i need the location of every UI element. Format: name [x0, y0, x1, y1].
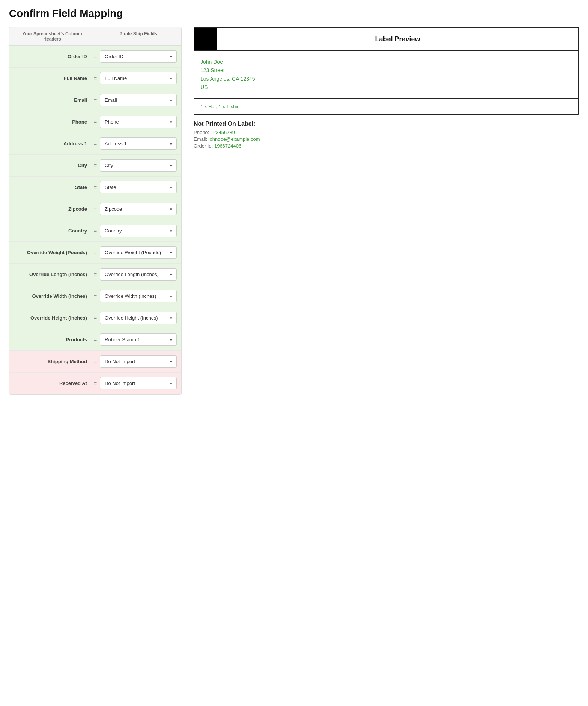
select-wrapper-city: Order IDFull NameEmailPhoneAddress 1Addr… — [100, 159, 177, 172]
select-wrapper-zipcode: Order IDFull NameEmailPhoneAddress 1Addr… — [100, 203, 177, 215]
mapping-row-override-height: Override Height (Inches)=Order IDFull Na… — [9, 307, 181, 329]
mapping-row-override-weight: Override Weight (Pounds)=Order IDFull Na… — [9, 242, 181, 264]
select-wrapper-received-at: Order IDFull NameEmailPhoneAddress 1Addr… — [100, 377, 177, 389]
select-order-id[interactable]: Order IDFull NameEmailPhoneAddress 1Addr… — [100, 50, 177, 63]
equals-sign-shipping-method: = — [91, 359, 100, 365]
select-wrapper-override-height: Order IDFull NameEmailPhoneAddress 1Addr… — [100, 312, 177, 324]
row-label-override-height: Override Height (Inches) — [14, 315, 91, 321]
equals-sign-override-height: = — [91, 315, 100, 321]
label-preview-box: Label Preview John Doe 123 Street Los An… — [194, 27, 579, 115]
select-country[interactable]: Order IDFull NameEmailPhoneAddress 1Addr… — [100, 225, 177, 237]
select-wrapper-override-weight: Order IDFull NameEmailPhoneAddress 1Addr… — [100, 246, 177, 259]
label-preview-title: Label Preview — [375, 35, 420, 43]
mapping-row-email: Email=Order IDFull NameEmailPhoneAddress… — [9, 89, 181, 111]
main-layout: Your Spreadsheet's Column Headers Pirate… — [9, 27, 579, 395]
equals-sign-products: = — [91, 337, 100, 343]
select-override-length[interactable]: Order IDFull NameEmailPhoneAddress 1Addr… — [100, 268, 177, 281]
mapping-table: Your Spreadsheet's Column Headers Pirate… — [9, 27, 182, 395]
equals-sign-override-width: = — [91, 293, 100, 299]
not-printed-value-1: johndoe@example.com — [209, 136, 260, 142]
select-wrapper-override-length: Order IDFull NameEmailPhoneAddress 1Addr… — [100, 268, 177, 281]
mapping-row-received-at: Received At=Order IDFull NameEmailPhoneA… — [9, 373, 181, 394]
col-header-pirate-ship: Pirate Ship Fields — [95, 27, 181, 45]
not-printed-title: Not Printed On Label: — [194, 121, 579, 127]
row-label-products: Products — [14, 337, 91, 342]
not-printed-value-2: 1966724406 — [214, 143, 241, 149]
row-label-order-id: Order ID — [14, 54, 91, 59]
mapping-row-full-name: Full Name=Order IDFull NameEmailPhoneAdd… — [9, 68, 181, 89]
row-label-override-length: Override Length (Inches) — [14, 272, 91, 277]
mapping-row-country: Country=Order IDFull NameEmailPhoneAddre… — [9, 220, 181, 242]
select-email[interactable]: Order IDFull NameEmailPhoneAddress 1Addr… — [100, 94, 177, 106]
row-label-email: Email — [14, 97, 91, 103]
label-items-text: 1 x Hat, 1 x T-shirt — [200, 104, 572, 109]
not-printed-section: Not Printed On Label: Phone: 123456789Em… — [194, 121, 579, 149]
select-override-weight[interactable]: Order IDFull NameEmailPhoneAddress 1Addr… — [100, 246, 177, 259]
not-printed-value-0: 123456789 — [211, 130, 235, 135]
mapping-row-shipping-method: Shipping Method=Order IDFull NameEmailPh… — [9, 351, 181, 373]
select-phone[interactable]: Order IDFull NameEmailPhoneAddress 1Addr… — [100, 116, 177, 128]
mapping-row-state: State=Order IDFull NameEmailPhoneAddress… — [9, 176, 181, 198]
mapping-row-override-length: Override Length (Inches)=Order IDFull Na… — [9, 264, 181, 285]
row-label-zipcode: Zipcode — [14, 206, 91, 212]
row-label-received-at: Received At — [14, 380, 91, 386]
table-header: Your Spreadsheet's Column Headers Pirate… — [9, 27, 181, 46]
equals-sign-phone: = — [91, 119, 100, 125]
address-line2: 123 Street — [200, 66, 572, 74]
select-wrapper-address1: Order IDFull NameEmailPhoneAddress 1Addr… — [100, 137, 177, 150]
select-wrapper-state: Order IDFull NameEmailPhoneAddress 1Addr… — [100, 181, 177, 193]
equals-sign-country: = — [91, 228, 100, 234]
select-wrapper-order-id: Order IDFull NameEmailPhoneAddress 1Addr… — [100, 50, 177, 63]
select-address1[interactable]: Order IDFull NameEmailPhoneAddress 1Addr… — [100, 137, 177, 150]
equals-sign-zipcode: = — [91, 206, 100, 212]
label-preview-title-area: Label Preview — [217, 28, 578, 50]
mapping-row-products: Products=Order IDFull NameEmailPhoneAddr… — [9, 329, 181, 351]
row-label-phone: Phone — [14, 119, 91, 125]
select-received-at[interactable]: Order IDFull NameEmailPhoneAddress 1Addr… — [100, 377, 177, 389]
label-preview-address: John Doe 123 Street Los Angeles, CA 1234… — [194, 51, 578, 99]
select-shipping-method[interactable]: Order IDFull NameEmailPhoneAddress 1Addr… — [100, 355, 177, 368]
equals-sign-state: = — [91, 184, 100, 190]
row-label-override-width: Override Width (Inches) — [14, 293, 91, 299]
select-wrapper-products: Order IDFull NameEmailPhoneAddress 1Addr… — [100, 333, 177, 346]
label-preview-black-square — [194, 28, 217, 50]
right-panel: Label Preview John Doe 123 Street Los An… — [194, 27, 579, 150]
address-line3: Los Angeles, CA 12345 — [200, 75, 572, 83]
select-wrapper-full-name: Order IDFull NameEmailPhoneAddress 1Addr… — [100, 72, 177, 84]
not-printed-item-0: Phone: 123456789 — [194, 130, 579, 135]
row-label-shipping-method: Shipping Method — [14, 359, 91, 364]
address-line1: John Doe — [200, 58, 572, 66]
select-override-height[interactable]: Order IDFull NameEmailPhoneAddress 1Addr… — [100, 312, 177, 324]
not-printed-item-2: Order Id: 1966724406 — [194, 143, 579, 149]
equals-sign-full-name: = — [91, 75, 100, 81]
select-full-name[interactable]: Order IDFull NameEmailPhoneAddress 1Addr… — [100, 72, 177, 84]
select-state[interactable]: Order IDFull NameEmailPhoneAddress 1Addr… — [100, 181, 177, 193]
equals-sign-received-at: = — [91, 380, 100, 386]
not-printed-item-1: Email: johndoe@example.com — [194, 136, 579, 142]
row-label-city: City — [14, 163, 91, 168]
select-wrapper-shipping-method: Order IDFull NameEmailPhoneAddress 1Addr… — [100, 355, 177, 368]
select-products[interactable]: Order IDFull NameEmailPhoneAddress 1Addr… — [100, 333, 177, 346]
page-title: Confirm Field Mapping — [9, 8, 579, 20]
select-wrapper-override-width: Order IDFull NameEmailPhoneAddress 1Addr… — [100, 290, 177, 302]
select-override-width[interactable]: Order IDFull NameEmailPhoneAddress 1Addr… — [100, 290, 177, 302]
equals-sign-city: = — [91, 163, 100, 169]
row-label-full-name: Full Name — [14, 75, 91, 81]
mapping-row-zipcode: Zipcode=Order IDFull NameEmailPhoneAddre… — [9, 198, 181, 220]
address-line4: US — [200, 83, 572, 91]
row-label-address1: Address 1 — [14, 141, 91, 146]
mapping-row-phone: Phone=Order IDFull NameEmailPhoneAddress… — [9, 111, 181, 133]
select-city[interactable]: Order IDFull NameEmailPhoneAddress 1Addr… — [100, 159, 177, 172]
label-preview-header: Label Preview — [194, 28, 578, 51]
equals-sign-email: = — [91, 97, 100, 103]
select-zipcode[interactable]: Order IDFull NameEmailPhoneAddress 1Addr… — [100, 203, 177, 215]
select-wrapper-country: Order IDFull NameEmailPhoneAddress 1Addr… — [100, 225, 177, 237]
mapping-row-city: City=Order IDFull NameEmailPhoneAddress … — [9, 155, 181, 176]
select-wrapper-phone: Order IDFull NameEmailPhoneAddress 1Addr… — [100, 116, 177, 128]
equals-sign-address1: = — [91, 141, 100, 147]
mapping-row-override-width: Override Width (Inches)=Order IDFull Nam… — [9, 285, 181, 307]
row-label-country: Country — [14, 228, 91, 234]
mapping-row-order-id: Order ID=Order IDFull NameEmailPhoneAddr… — [9, 46, 181, 68]
equals-sign-order-id: = — [91, 54, 100, 60]
row-label-state: State — [14, 184, 91, 190]
